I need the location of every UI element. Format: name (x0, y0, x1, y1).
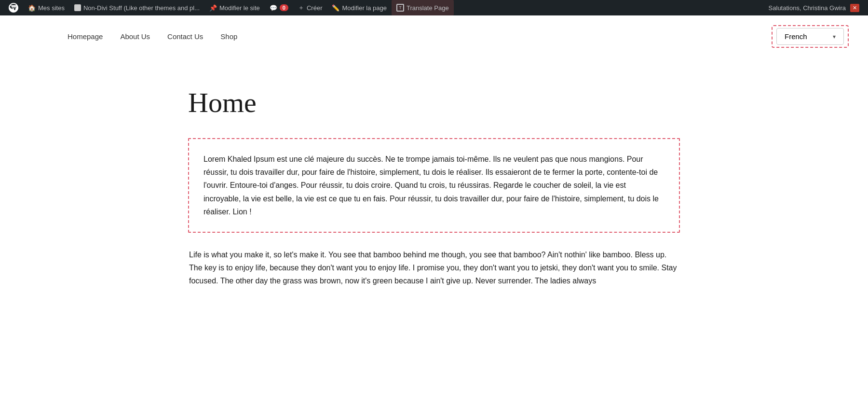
edit-icon: ✏️ (332, 4, 339, 12)
modifier-page-item[interactable]: ✏️ Modifier la page (327, 0, 392, 15)
non-divi-item[interactable]: Non-Divi Stuff (Like other themes and pl… (69, 0, 204, 15)
translate-icon: T (396, 4, 404, 12)
chevron-down-icon: ▾ (833, 33, 836, 40)
page-title: Home (188, 86, 680, 119)
divi-icon (74, 4, 81, 11)
nav-homepage[interactable]: Homepage (68, 32, 103, 41)
regular-paragraph-block: Life is what you make it, so let's make … (188, 248, 680, 288)
modifier-site-label: Modifier le site (219, 4, 260, 12)
site-nav: Homepage About Us Contact Us Shop French… (0, 15, 868, 57)
admin-bar: 🏠 Mes sites Non-Divi Stuff (Like other t… (0, 0, 868, 15)
translate-page-label: Translate Page (407, 4, 449, 12)
language-select-wrapper: French ▾ (772, 25, 849, 48)
non-divi-label: Non-Divi Stuff (Like other themes and pl… (83, 4, 200, 12)
modifier-page-label: Modifier la page (342, 4, 387, 12)
nav-shop[interactable]: Shop (220, 32, 237, 41)
home-icon: 🏠 (28, 4, 36, 12)
admin-bar-left: 🏠 Mes sites Non-Divi Stuff (Like other t… (4, 0, 764, 15)
translated-block: Lorem Khaled Ipsum est une clé majeure d… (188, 138, 680, 233)
mes-sites-item[interactable]: 🏠 Mes sites (23, 0, 69, 15)
user-close-icon: ✕ (850, 4, 859, 12)
creer-item[interactable]: ＋ Créer (293, 0, 327, 15)
main-content: Home Lorem Khaled Ipsum est une clé maje… (169, 57, 699, 307)
nav-links: Homepage About Us Contact Us Shop (68, 32, 237, 41)
translated-paragraph: Lorem Khaled Ipsum est une clé majeure d… (203, 153, 665, 218)
user-greeting[interactable]: Salutations, Christina Gwira ✕ (764, 0, 864, 15)
comment-count: 0 (280, 4, 288, 11)
nav-about-us[interactable]: About Us (120, 32, 150, 41)
modifier-site-item[interactable]: 📌 Modifier le site (204, 0, 265, 15)
regular-paragraph: Life is what you make it, so let's make … (189, 248, 680, 288)
comment-icon: 💬 (270, 4, 277, 12)
admin-bar-right: Salutations, Christina Gwira ✕ (764, 0, 864, 15)
nav-contact-us[interactable]: Contact Us (167, 32, 203, 41)
user-greeting-text: Salutations, Christina Gwira (769, 4, 846, 12)
language-select-box[interactable]: French ▾ (776, 28, 844, 45)
plus-icon: ＋ (298, 3, 304, 12)
creer-label: Créer (307, 4, 323, 12)
translate-page-item[interactable]: T Translate Page (392, 0, 454, 15)
language-current: French (785, 32, 807, 41)
wp-logo[interactable] (4, 0, 23, 15)
mes-sites-label: Mes sites (38, 4, 65, 12)
pin-icon: 📌 (209, 4, 217, 12)
comments-item[interactable]: 💬 0 (265, 0, 293, 15)
